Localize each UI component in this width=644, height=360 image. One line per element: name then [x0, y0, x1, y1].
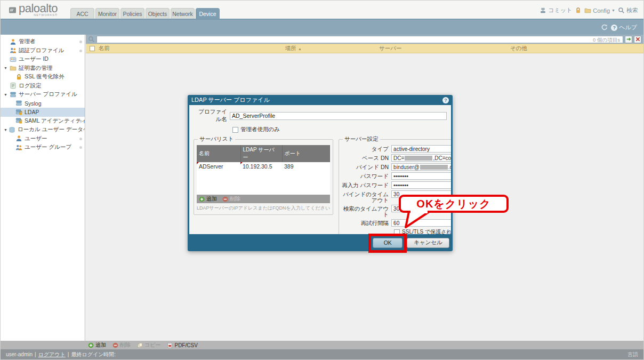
sidebar-item-server-profiles[interactable]: ▼ サーバー プロファイル — [1, 90, 85, 99]
server-list-table: 名前 LDAP サーバー ポート ADServer 10.192.30.5 38… — [197, 145, 330, 171]
confirm-password-input[interactable] — [391, 181, 451, 189]
sort-asc-icon: ▲ — [298, 47, 302, 51]
add-server-button[interactable]: 追加 — [199, 195, 217, 203]
admin-only-checkbox[interactable] — [232, 127, 238, 133]
logout-link[interactable]: ログアウト — [38, 351, 66, 358]
annotation-callout: OKをクリック — [399, 195, 509, 213]
top-header: paloalto NETWORKS® ACC Monitor Policies … — [1, 1, 643, 19]
refresh-icon[interactable] — [601, 24, 608, 31]
base-dn-select[interactable]: DC= ,DC=com — [391, 154, 451, 162]
sidebar-item-ssl-decrypt-exclusion[interactable]: SSL 復号化除外 — [1, 73, 85, 82]
bind-dn-input[interactable]: binduser@ .com — [391, 163, 451, 171]
chevron-down-icon: ▼ — [611, 9, 615, 12]
column-header-server[interactable]: サーバー — [377, 45, 508, 52]
bind-timeout-label: バインドのタイムアウト — [342, 190, 391, 203]
profile-name-input[interactable] — [230, 112, 447, 120]
sidebar-item-label: SSL 復号化除外 — [25, 73, 65, 81]
column-header-location[interactable]: 場所▲ — [283, 45, 377, 52]
more-indicator — [79, 41, 82, 43]
lock-icon[interactable] — [575, 7, 582, 14]
callout-tail — [405, 211, 431, 229]
sidebar-item-ldap[interactable]: LDAP — [1, 108, 85, 117]
apply-filter-icon — [626, 36, 632, 42]
modified-marker — [197, 162, 199, 164]
pdf-csv-button[interactable]: PDF/CSV — [167, 342, 197, 348]
plus-icon — [88, 342, 94, 348]
minus-icon — [112, 342, 118, 348]
sidebar-item-label: ユーザー ID — [19, 55, 49, 63]
sidebar-item-log-settings[interactable]: ログ設定 — [1, 82, 85, 91]
last-login-label: 最終ログイン時間: — [71, 351, 116, 358]
copy-button[interactable]: コピー — [137, 341, 160, 349]
expand-icon[interactable]: ▼ — [4, 128, 9, 132]
server-list-empty-area — [197, 171, 330, 195]
type-select[interactable] — [391, 145, 451, 153]
config-menu[interactable]: Config ▼ — [584, 7, 615, 14]
cancel-button[interactable]: キャンセル — [407, 238, 449, 248]
header-actions: コミット Config ▼ 検索 — [540, 6, 638, 14]
add-button[interactable]: 追加 — [88, 341, 106, 349]
column-header-other[interactable]: その他 — [508, 45, 643, 52]
server-list-section: サーバリスト 名前 LDAP サーバー ポート ADServer 10.192.… — [194, 135, 333, 215]
tab-acc[interactable]: ACC — [70, 8, 94, 19]
apply-filter-button[interactable] — [625, 36, 632, 43]
server-settings-legend: サーバー設定 — [343, 135, 380, 143]
sidebar-item-saml-idp[interactable]: SAML アイデンティティ プロバイダ — [1, 117, 85, 126]
filter-bar: 0 個の項目s — [86, 35, 643, 44]
language-link[interactable]: 言語 — [627, 351, 638, 358]
sidebar-item-label: サーバー プロファイル — [19, 91, 77, 98]
sidebar-item-label: 証明書の管理 — [19, 65, 52, 72]
select-all-checkbox[interactable] — [90, 46, 95, 51]
logged-in-user: user-admin — [6, 351, 33, 357]
sidebar-item-local-user-db[interactable]: ▼ ローカル ユーザー データベース — [1, 125, 85, 134]
password-label: パスワード — [342, 172, 391, 180]
people-icon — [10, 47, 17, 54]
minus-icon — [222, 196, 228, 202]
tab-policies[interactable]: Policies — [120, 8, 144, 19]
log-icon — [10, 82, 17, 89]
help-label: ヘルプ — [619, 23, 637, 31]
sidebar-item-cert-management[interactable]: ▼ 証明書の管理 — [1, 64, 85, 73]
sidebar-item-label: SAML アイデンティティ プロバイダ — [25, 117, 85, 125]
tab-network[interactable]: Network — [171, 8, 195, 19]
expand-icon[interactable]: ▼ — [4, 93, 10, 97]
global-search[interactable]: 検索 — [618, 6, 638, 14]
admin-only-label: 管理者使用のみ — [240, 126, 280, 133]
help-link[interactable]: ? ヘルプ — [611, 23, 637, 31]
sidebar-item-user-groups[interactable]: ユーザー グループ — [1, 143, 85, 152]
commit-link[interactable]: コミット — [540, 6, 572, 14]
server-list-legend: サーバリスト — [198, 135, 235, 143]
sidebar-item-administrators[interactable]: 管理者 — [1, 37, 85, 46]
paloalto-logo: paloalto NETWORKS® — [9, 2, 58, 17]
base-dn-label: ベース DN — [342, 154, 391, 162]
expand-icon[interactable]: ▼ — [4, 66, 10, 70]
password-input[interactable] — [391, 172, 451, 180]
sidebar-item-user-id[interactable]: ユーザー ID — [1, 55, 85, 64]
people-icon — [15, 144, 22, 151]
delete-button[interactable]: 削除 — [112, 341, 131, 349]
sidebar-item-auth-profile[interactable]: 認証プロファイル — [1, 46, 85, 55]
sidebar-item-label: 認証プロファイル — [19, 47, 64, 54]
user-icon — [15, 135, 22, 142]
folder-icon — [10, 65, 17, 71]
bottom-toolbar: 追加 削除 コピー PDF/CSV — [1, 341, 643, 349]
clear-filter-button[interactable] — [634, 36, 641, 43]
filter-input[interactable] — [97, 37, 623, 43]
dialog-help-icon[interactable]: ? — [442, 97, 449, 103]
column-header-name[interactable]: 名前 — [96, 45, 283, 52]
tab-objects[interactable]: Objects — [146, 8, 170, 19]
ssl-tls-label: SSL/TLS で保護された — [402, 228, 451, 234]
tab-monitor[interactable]: Monitor — [95, 8, 119, 19]
sidebar-item-users[interactable]: ユーザー — [1, 134, 85, 143]
tab-device[interactable]: Device — [196, 8, 220, 19]
filter-search-icon — [88, 36, 95, 43]
delete-server-button[interactable]: 削除 — [222, 195, 240, 203]
commit-icon — [540, 7, 546, 14]
sidebar-item-label: LDAP — [25, 109, 39, 115]
more-indicator — [79, 120, 82, 123]
sidebar-item-syslog[interactable]: Syslog — [1, 99, 85, 108]
ssl-tls-checkbox[interactable] — [394, 229, 400, 235]
ok-button[interactable]: OK — [373, 238, 402, 248]
server-row[interactable]: ADServer 10.192.30.5 389 — [197, 162, 330, 171]
srv-col-server: LDAP サーバー — [240, 145, 282, 162]
